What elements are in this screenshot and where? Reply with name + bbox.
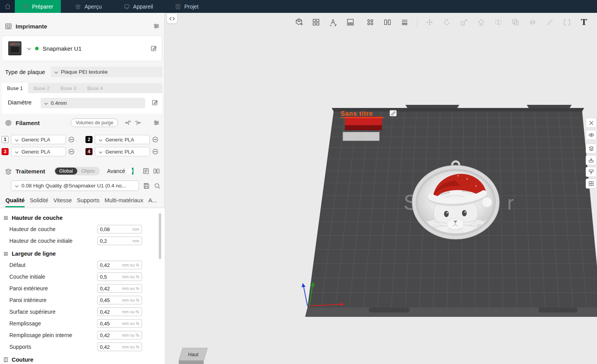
tab-quality[interactable]: Qualité bbox=[5, 197, 25, 207]
filament-settings-icon[interactable] bbox=[153, 119, 160, 126]
advanced-toggle[interactable] bbox=[132, 168, 133, 175]
text-tool-icon: T bbox=[581, 17, 587, 27]
printer-settings-icon[interactable] bbox=[153, 23, 160, 30]
cut-button[interactable] bbox=[491, 15, 505, 29]
preview-layers-icon bbox=[75, 4, 81, 10]
tab-multimaterial[interactable]: Multi-matériaux bbox=[105, 197, 143, 207]
fill-plate-button[interactable] bbox=[343, 15, 357, 29]
tab-device[interactable]: Appareil bbox=[116, 0, 161, 13]
settings-section-header: Couture bbox=[0, 354, 165, 364]
filament-menu-icon[interactable] bbox=[152, 136, 158, 143]
edit-printer-icon[interactable] bbox=[150, 45, 157, 52]
plate-type-row: Type de plaque Plaque PEI texturée bbox=[0, 67, 165, 78]
scope-global[interactable]: Global bbox=[55, 168, 77, 175]
setting-input[interactable]: 0,42 mm ou % bbox=[97, 331, 142, 339]
process-preset-dropdown[interactable]: 0.08 High Quality @Snapmaker U1 (0.4 no.… bbox=[11, 180, 139, 191]
load-filament-icon[interactable] bbox=[124, 119, 131, 126]
move-button[interactable] bbox=[423, 15, 436, 29]
3d-viewport[interactable]: T S bbox=[165, 13, 597, 364]
plate-visibility-button[interactable] bbox=[586, 130, 597, 140]
filament-dropdown[interactable]: Generic PLA bbox=[11, 147, 66, 156]
plate-type-dropdown[interactable]: Plaque PEI texturée bbox=[51, 67, 162, 77]
setting-input[interactable]: 0,45 mm ou % bbox=[97, 296, 142, 304]
auto-orient-button[interactable] bbox=[326, 15, 340, 29]
delete-plate-button[interactable] bbox=[586, 118, 597, 128]
tab-prepare[interactable]: Préparer bbox=[15, 0, 61, 13]
setting-input[interactable]: 0,2 mm bbox=[97, 237, 142, 245]
search-settings-icon[interactable] bbox=[154, 182, 161, 189]
tab-others[interactable]: A... bbox=[148, 197, 157, 207]
clone-button[interactable] bbox=[508, 15, 522, 29]
nozzle-tab-1[interactable]: Buse 1 bbox=[2, 83, 28, 93]
compare-presets-icon[interactable] bbox=[153, 168, 160, 175]
edit-plate-name-icon[interactable] bbox=[390, 110, 396, 116]
scope-objects[interactable]: Objets bbox=[77, 168, 100, 175]
filament-color-chip[interactable]: 1 bbox=[2, 136, 9, 143]
plate-up-button[interactable] bbox=[586, 167, 597, 177]
arrange-button[interactable] bbox=[309, 15, 323, 29]
filament-dropdown[interactable]: Generic PLA bbox=[95, 135, 150, 144]
left-settings-panel: Imprimante Snapmaker U1 Type de plaque bbox=[0, 13, 165, 364]
filament-section-title: Filament bbox=[16, 120, 40, 126]
edit-diameter-icon[interactable] bbox=[151, 99, 158, 106]
plate-down-button[interactable] bbox=[586, 155, 597, 165]
printer-card[interactable]: Snapmaker U1 bbox=[2, 35, 162, 61]
split-objects-button[interactable] bbox=[363, 15, 377, 29]
tab-strength[interactable]: Solidité bbox=[30, 197, 48, 207]
mirror-button[interactable] bbox=[526, 15, 539, 29]
filament-color-chip[interactable]: 3 bbox=[2, 148, 9, 155]
variable-layer-height-button[interactable] bbox=[398, 15, 411, 29]
plate-type-value: Plaque PEI texturée bbox=[61, 69, 108, 75]
scale-button[interactable] bbox=[457, 15, 471, 29]
add-object-button[interactable] bbox=[292, 15, 306, 29]
unload-filament-icon[interactable] bbox=[135, 119, 142, 126]
setting-row: Supports 0,42 mm ou % bbox=[0, 341, 165, 353]
chevron-down-icon bbox=[54, 69, 58, 75]
diameter-dropdown[interactable]: 0.4mm bbox=[41, 98, 145, 108]
filament-dropdown[interactable]: Generic PLA bbox=[11, 135, 66, 144]
plate-stack-button[interactable] bbox=[586, 143, 597, 154]
device-icon bbox=[124, 4, 130, 10]
build-plate-scene[interactable]: S r Sans titre bbox=[165, 13, 597, 364]
filament-dropdown[interactable]: Generic PLA bbox=[95, 147, 150, 156]
process-scope-toggle[interactable]: Global Objets bbox=[54, 167, 100, 175]
setting-input[interactable]: 0,42 mm ou % bbox=[97, 261, 142, 269]
tab-supports[interactable]: Supports bbox=[77, 197, 100, 207]
setting-row: Remplissage 0,45 mm ou % bbox=[0, 318, 165, 329]
nozzle-tab-2[interactable]: Buse 2 bbox=[28, 83, 55, 93]
home-button[interactable] bbox=[0, 0, 15, 13]
settings-scrollbar[interactable] bbox=[159, 213, 161, 259]
view-cube[interactable]: Haut bbox=[179, 348, 208, 364]
split-parts-button[interactable] bbox=[380, 15, 394, 29]
setting-input[interactable]: 0,08 mm bbox=[97, 225, 142, 233]
rotate-button[interactable] bbox=[440, 15, 453, 29]
plate-name[interactable]: Sans titre bbox=[341, 110, 373, 117]
setting-input[interactable]: 0,42 mm ou % bbox=[97, 343, 142, 351]
all-settings-icon[interactable] bbox=[142, 168, 149, 175]
nozzle-tab-4[interactable]: Buse 4 bbox=[82, 83, 108, 93]
prime-block-white[interactable] bbox=[343, 132, 379, 141]
chevron-down-icon[interactable] bbox=[27, 45, 31, 52]
measure-button[interactable] bbox=[543, 15, 556, 29]
setting-input[interactable]: 0,45 mm ou % bbox=[97, 319, 142, 328]
collapse-sidebar-button[interactable] bbox=[167, 14, 177, 23]
filament-color-chip[interactable]: 2 bbox=[85, 136, 92, 143]
filament-menu-icon[interactable] bbox=[68, 136, 75, 143]
tab-project[interactable]: Projet bbox=[167, 0, 206, 13]
tab-preview[interactable]: Aperçu bbox=[67, 0, 109, 13]
purge-volumes-button[interactable]: Volumes de purge bbox=[71, 118, 119, 127]
tab-speed[interactable]: Vitesse bbox=[53, 197, 72, 207]
printer-name: Snapmaker U1 bbox=[43, 45, 82, 52]
filament-color-chip[interactable]: 4 bbox=[85, 148, 92, 155]
setting-input[interactable]: 0,42 mm ou % bbox=[97, 307, 142, 316]
plate-grid-button[interactable] bbox=[586, 178, 597, 189]
filament-menu-icon[interactable] bbox=[152, 148, 158, 155]
assembly-button[interactable] bbox=[560, 15, 574, 29]
setting-input[interactable]: 0,42 mm ou % bbox=[97, 284, 142, 293]
filament-menu-icon[interactable] bbox=[68, 148, 75, 155]
text-tool-button[interactable]: T bbox=[577, 15, 591, 29]
nozzle-tab-3[interactable]: Buse 3 bbox=[55, 83, 82, 93]
setting-input[interactable]: 0,5 mm ou % bbox=[97, 272, 142, 281]
place-on-face-button[interactable] bbox=[474, 15, 488, 29]
save-preset-icon[interactable] bbox=[143, 182, 150, 189]
